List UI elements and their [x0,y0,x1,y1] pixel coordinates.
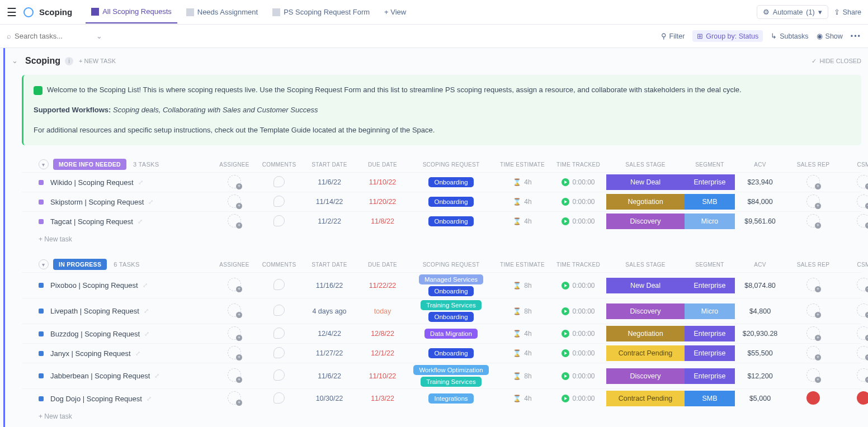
time-tracked[interactable]: 0:00:00 [550,307,606,315]
status-bullet[interactable] [39,396,44,401]
scoping-chip[interactable]: Training Services [421,377,481,387]
task-row[interactable]: Dog Dojo | Scoping Request ⤢ 10/30/22 11… [22,388,861,408]
assign-assignee[interactable] [228,214,241,227]
column-header[interactable]: SALES STAGE [606,162,685,168]
acv[interactable]: $23,940 [735,178,785,186]
acv[interactable]: $84,000 [735,198,785,206]
time-estimate[interactable]: ⌛4h [494,330,550,338]
task-row[interactable]: Jabberbean | Scoping Request ⤢ 11/6/22 1… [22,363,861,388]
search-input[interactable] [15,32,93,40]
play-icon[interactable] [562,349,569,357]
time-tracked[interactable]: 0:00:00 [550,372,606,380]
column-header[interactable]: SALES REP [785,162,841,168]
column-header[interactable]: TIME TRACKED [550,162,606,168]
expand-icon[interactable]: ⤢ [147,395,152,402]
sales-stage[interactable]: Negotiation [606,326,685,341]
status-badge[interactable]: IN PROGRESS [53,259,107,270]
assign-sales-rep[interactable] [806,194,820,208]
comment-icon[interactable] [273,196,285,207]
expand-icon[interactable]: ⤢ [143,282,148,289]
assign-csm[interactable] [857,278,868,291]
expand-icon[interactable]: ⤢ [138,179,143,186]
view-tab[interactable]: All Scoping Requests [86,1,177,23]
sales-stage[interactable]: Discovery [606,214,685,229]
column-header[interactable]: DUE DATE [357,162,408,168]
column-header[interactable]: ASSIGNEE [212,162,257,168]
new-task-row[interactable]: + New task [22,408,861,420]
scoping-chip[interactable]: Onboarding [428,312,473,322]
time-estimate[interactable]: ⌛8h [494,282,550,290]
column-header[interactable]: SALES STAGE [606,262,685,268]
task-row[interactable]: Tagcat | Scoping Request ⤢ 11/2/22 11/8/… [22,211,861,231]
status-bullet[interactable] [39,200,44,205]
due-date[interactable]: 11/3/22 [357,395,408,402]
task-title[interactable]: Wikido | Scoping Request [50,178,134,187]
column-header[interactable]: SCOPING REQUEST [408,262,494,268]
time-estimate[interactable]: ⌛8h [494,372,550,380]
assign-assignee[interactable] [228,303,241,317]
task-title[interactable]: Jabberbean | Scoping Request [50,372,150,380]
start-date[interactable]: 11/2/22 [301,217,357,225]
status-bullet[interactable] [39,331,44,336]
task-row[interactable]: Pixoboo | Scoping Request ⤢ 11/16/22 11/… [22,272,861,298]
acv[interactable]: $12,200 [735,372,785,380]
show-button[interactable]: ◉Show [817,32,843,40]
time-tracked[interactable]: 0:00:00 [550,178,606,186]
scoping-chip[interactable]: Onboarding [428,197,473,207]
column-header[interactable]: CSM [841,262,868,268]
expand-icon[interactable]: ⤢ [138,218,143,225]
play-icon[interactable] [562,282,569,290]
column-header[interactable]: ASSIGNEE [212,262,257,268]
expand-icon[interactable]: ⤢ [154,372,159,379]
column-header[interactable]: SEGMENT [685,262,735,268]
column-header[interactable]: ACV [735,262,785,268]
segment[interactable]: Enterprise [685,368,735,384]
assign-assignee[interactable] [228,278,241,291]
status-badge[interactable]: MORE INFO NEEDED [53,159,126,170]
assign-sales-rep[interactable] [806,346,820,359]
task-row[interactable]: Janyx | Scoping Request ⤢ 11/27/22 12/1/… [22,343,861,363]
time-tracked[interactable]: 0:00:00 [550,198,606,206]
assign-sales-rep[interactable] [806,175,820,188]
assign-assignee[interactable] [228,346,241,359]
column-header[interactable]: COMMENTS [257,162,301,168]
time-tracked[interactable]: 0:00:00 [550,395,606,402]
column-header[interactable]: START DATE [301,262,357,268]
assign-assignee[interactable] [228,391,241,405]
assign-csm[interactable] [857,214,868,227]
sales-stage[interactable]: Discovery [606,368,685,384]
column-header[interactable]: COMMENTS [257,262,301,268]
scoping-chip[interactable]: Workflow Optimization [413,365,488,375]
status-bullet[interactable] [39,351,44,356]
sales-stage[interactable]: Discovery [606,303,685,319]
group-collapse-icon[interactable]: ▾ [39,159,49,169]
new-task-row[interactable]: + New task [22,231,861,243]
assign-sales-rep[interactable] [806,368,820,382]
assign-assignee[interactable] [228,368,241,382]
column-header[interactable]: SCOPING REQUEST [408,162,494,168]
due-date[interactable]: 11/10/22 [357,178,408,186]
due-date[interactable]: 11/20/22 [357,198,408,206]
scoping-chip[interactable]: Managed Services [419,274,483,284]
time-tracked[interactable]: 0:00:00 [550,282,606,290]
assign-assignee[interactable] [228,326,241,340]
segment[interactable]: SMB [685,391,735,406]
task-title[interactable]: Skipstorm | Scoping Request [50,198,144,206]
column-header[interactable]: SALES REP [785,262,841,268]
status-bullet[interactable] [39,283,44,288]
time-tracked[interactable]: 0:00:00 [550,349,606,357]
play-icon[interactable] [562,395,569,402]
scoping-chip[interactable]: Data Migration [424,329,478,339]
comment-icon[interactable] [273,347,285,358]
automate-button[interactable]: ⚙ Automate (1) ▾ [757,5,828,19]
scoping-chip[interactable]: Onboarding [428,286,473,296]
search-box[interactable]: ⌕ ⌄ [7,32,102,40]
play-icon[interactable] [562,217,569,225]
scoping-chip[interactable]: Onboarding [428,177,473,187]
more-icon[interactable]: ••• [851,32,861,40]
assign-assignee[interactable] [228,175,241,188]
segment[interactable]: Enterprise [685,174,735,190]
assign-sales-rep[interactable] [806,214,820,227]
sales-stage[interactable]: Contract Pending [606,345,685,361]
hide-closed-button[interactable]: ✓HIDE CLOSED [812,58,861,65]
